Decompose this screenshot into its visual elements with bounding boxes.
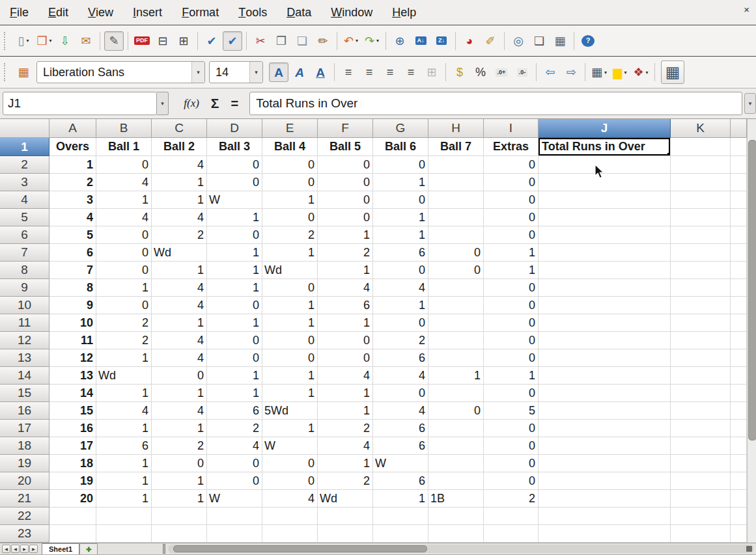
row-header-15[interactable]: 15 bbox=[0, 385, 49, 402]
copy-button[interactable]: ❐ bbox=[272, 31, 291, 51]
cell-E11[interactable]: 1 bbox=[262, 314, 318, 332]
cell-F13[interactable]: 0 bbox=[318, 349, 373, 367]
row-header-1[interactable]: 1 bbox=[0, 138, 49, 156]
cell-A22[interactable] bbox=[49, 508, 96, 525]
align-justify-button[interactable]: ≡ bbox=[401, 62, 421, 82]
cell-G6[interactable]: 1 bbox=[373, 226, 428, 244]
edit-mode-button[interactable]: ✎ bbox=[104, 31, 124, 51]
row-header-12[interactable]: 12 bbox=[0, 332, 49, 349]
insert-chart-button[interactable]: ◕ bbox=[460, 31, 479, 51]
menu-file[interactable]: File bbox=[0, 0, 38, 25]
cell-H20[interactable] bbox=[428, 472, 484, 490]
styles-button[interactable]: ▦ bbox=[14, 62, 33, 82]
cell-I13[interactable]: 0 bbox=[484, 349, 539, 367]
cell-B1[interactable]: Ball 1 bbox=[96, 138, 152, 156]
border-color-button[interactable]: ❖▾ bbox=[631, 62, 651, 82]
cell-E20[interactable]: 0 bbox=[262, 472, 318, 490]
cell-C19[interactable]: 0 bbox=[152, 455, 207, 472]
navigator-button[interactable]: ◎ bbox=[509, 31, 528, 51]
cell-A20[interactable]: 19 bbox=[49, 472, 96, 490]
cell-E4[interactable]: 1 bbox=[262, 191, 318, 209]
cell-H21[interactable]: 1B bbox=[428, 490, 484, 508]
cell-C20[interactable]: 1 bbox=[152, 472, 207, 490]
row-header-3[interactable]: 3 bbox=[0, 174, 49, 191]
row-header-2[interactable]: 2 bbox=[0, 156, 49, 174]
row-header-14[interactable]: 14 bbox=[0, 367, 49, 385]
cell-H15[interactable] bbox=[428, 385, 484, 402]
cell-J2[interactable] bbox=[539, 156, 671, 174]
cell-E7[interactable]: 1 bbox=[262, 244, 318, 262]
print-button[interactable]: ⊟ bbox=[153, 31, 173, 51]
cell-I14[interactable]: 1 bbox=[484, 367, 539, 385]
cell-J6[interactable] bbox=[539, 226, 671, 244]
cell-K9[interactable] bbox=[671, 279, 731, 297]
cell-H4[interactable] bbox=[428, 191, 484, 209]
cell-F12[interactable]: 0 bbox=[318, 332, 373, 349]
cell-B19[interactable]: 1 bbox=[96, 455, 152, 472]
cell-A13[interactable]: 12 bbox=[49, 349, 96, 367]
cell-C11[interactable]: 1 bbox=[152, 314, 207, 332]
cell-E13[interactable]: 0 bbox=[262, 349, 318, 367]
cell-I23[interactable] bbox=[484, 525, 539, 543]
cell-B14[interactable]: Wd bbox=[96, 367, 152, 385]
cell-G11[interactable]: 0 bbox=[373, 314, 428, 332]
merge-cells-button[interactable]: ⊞ bbox=[422, 62, 441, 82]
cell-G7[interactable]: 6 bbox=[373, 244, 428, 262]
cell-C8[interactable]: 1 bbox=[152, 262, 207, 279]
row-header-7[interactable]: 7 bbox=[0, 244, 49, 262]
borders-button[interactable]: ▦▾ bbox=[589, 62, 609, 82]
cell-K3[interactable] bbox=[671, 174, 731, 191]
cell-F21[interactable]: Wd bbox=[318, 490, 373, 508]
cell-A21[interactable]: 20 bbox=[49, 490, 96, 508]
bold-button[interactable]: A bbox=[269, 62, 288, 82]
next-sheet-button[interactable]: ▶ bbox=[20, 545, 29, 553]
cell-I3[interactable]: 0 bbox=[484, 174, 539, 191]
cell-F9[interactable]: 4 bbox=[318, 279, 373, 297]
cell-E6[interactable]: 2 bbox=[262, 226, 318, 244]
cell-K16[interactable] bbox=[671, 402, 731, 420]
help-button[interactable]: ? bbox=[578, 31, 598, 51]
background-color-dropdown-icon[interactable]: ▾ bbox=[624, 70, 626, 75]
cell-E3[interactable]: 0 bbox=[262, 174, 318, 191]
cell-D18[interactable]: 4 bbox=[207, 437, 262, 455]
menu-insert[interactable]: Insert bbox=[123, 0, 172, 25]
cell-E15[interactable]: 1 bbox=[262, 385, 318, 402]
column-header-i[interactable]: I bbox=[484, 119, 539, 138]
column-header-k[interactable]: K bbox=[671, 119, 731, 138]
cell-C5[interactable]: 4 bbox=[152, 209, 207, 226]
cell-H7[interactable]: 0 bbox=[428, 244, 484, 262]
cell-D8[interactable]: 1 bbox=[207, 262, 262, 279]
cell-C9[interactable]: 4 bbox=[152, 279, 207, 297]
cell-J23[interactable] bbox=[539, 525, 671, 543]
cell-C1[interactable]: Ball 2 bbox=[152, 138, 207, 156]
cell-B20[interactable]: 1 bbox=[96, 472, 152, 490]
cell-H8[interactable]: 0 bbox=[428, 262, 484, 279]
row-header-22[interactable]: 22 bbox=[0, 508, 49, 525]
underline-button[interactable]: A bbox=[311, 62, 330, 82]
cell-D1[interactable]: Ball 3 bbox=[207, 138, 262, 156]
clone-formatting-button[interactable]: ✏ bbox=[313, 31, 333, 51]
undo-button[interactable]: ↶▾ bbox=[341, 31, 361, 51]
cell-F2[interactable]: 0 bbox=[318, 156, 373, 174]
cell-A23[interactable] bbox=[49, 525, 96, 543]
cell-J8[interactable] bbox=[539, 262, 671, 279]
cell-E16[interactable]: 5Wd bbox=[262, 402, 318, 420]
cell-H9[interactable] bbox=[428, 279, 484, 297]
cell-A1[interactable]: Overs bbox=[49, 138, 96, 156]
menu-format[interactable]: Format bbox=[172, 0, 229, 25]
cell-E23[interactable] bbox=[262, 525, 318, 543]
cell-H13[interactable] bbox=[428, 349, 484, 367]
close-icon[interactable]: × bbox=[744, 4, 749, 15]
cell-J19[interactable] bbox=[539, 455, 671, 472]
cell-G12[interactable]: 2 bbox=[373, 332, 428, 349]
column-header-h[interactable]: H bbox=[428, 119, 484, 138]
gallery-button[interactable]: ❑ bbox=[529, 31, 549, 51]
spellcheck-button[interactable]: ✔ bbox=[202, 31, 221, 51]
select-all-corner[interactable] bbox=[0, 119, 49, 138]
cell-F8[interactable]: 1 bbox=[318, 262, 373, 279]
cell-I11[interactable]: 0 bbox=[484, 314, 539, 332]
cell-K2[interactable] bbox=[671, 156, 731, 174]
cell-F22[interactable] bbox=[318, 508, 373, 525]
cell-G5[interactable]: 1 bbox=[373, 209, 428, 226]
cell-K23[interactable] bbox=[671, 525, 731, 543]
